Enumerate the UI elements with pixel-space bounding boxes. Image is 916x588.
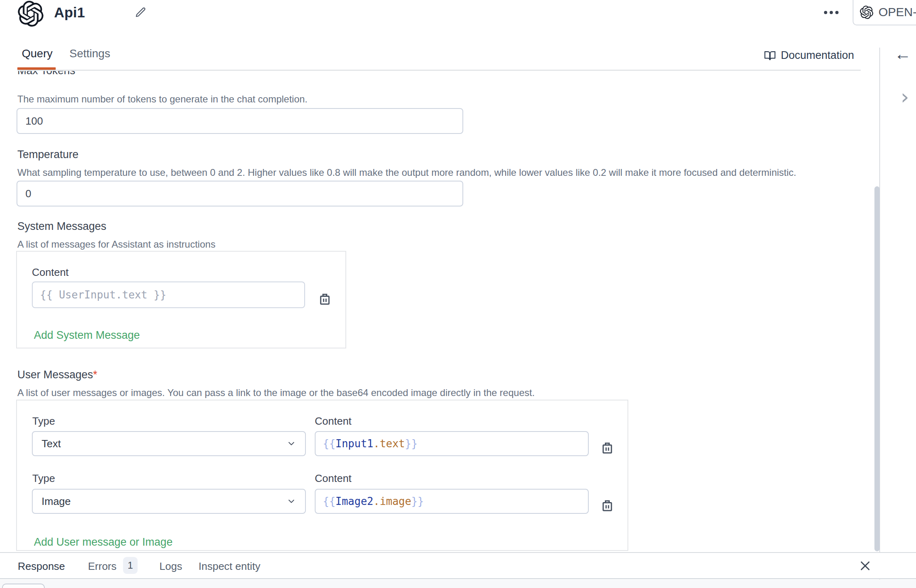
type-select-value: Image <box>42 495 287 508</box>
code-close-brace: }} <box>411 495 424 507</box>
add-user-message-button[interactable]: Add User message or Image <box>34 536 173 548</box>
openai-logo-icon <box>860 6 873 19</box>
datasource-button[interactable]: OPEN-A <box>853 0 916 25</box>
temperature-description: What sampling temperature to use, betwee… <box>17 167 796 178</box>
system-messages-group: Content Add System Message <box>16 251 346 348</box>
tab-inspect-entity[interactable]: Inspect entity <box>199 560 260 573</box>
openai-logo-icon <box>18 1 44 27</box>
max-tokens-label: Max Tokens <box>17 71 75 77</box>
tab-response[interactable]: Response <box>18 560 65 573</box>
user-messages-group: Type Text Content {{Input1.text}} Type I… <box>16 400 628 551</box>
more-actions-icon[interactable] <box>824 11 839 14</box>
errors-count-badge: 1 <box>123 557 138 574</box>
code-open-brace: {{ <box>323 495 335 507</box>
content-code-input[interactable]: {{Input1.text}} <box>315 431 589 456</box>
content-code-input[interactable]: {{Image2.image}} <box>315 489 589 514</box>
vertical-scrollbar[interactable] <box>874 186 880 551</box>
type-label: Type <box>32 472 55 485</box>
user-messages-description: A list of user messages or images. You c… <box>17 387 535 398</box>
user-messages-label-text: User Messages <box>17 369 93 381</box>
code-open-brace: {{ <box>323 438 335 450</box>
system-content-label: Content <box>32 266 69 279</box>
code-object: Input1 <box>335 438 373 450</box>
system-messages-description: A list of messages for Assistant as inst… <box>17 239 215 250</box>
response-pane-header: Response Errors 1 Logs Inspect entity <box>0 552 916 579</box>
api-editor-page: Api1 OPEN-A Query Settings Documentation… <box>0 0 916 588</box>
query-name-title: Api1 <box>54 4 85 21</box>
required-marker: * <box>93 369 98 381</box>
response-pane-body <box>0 580 916 588</box>
tab-settings[interactable]: Settings <box>69 47 110 60</box>
datasource-button-label: OPEN-A <box>878 5 916 19</box>
code-object: Image2 <box>335 495 373 507</box>
tab-errors[interactable]: Errors <box>88 560 117 573</box>
back-arrow-icon[interactable]: ← <box>894 46 911 63</box>
query-form-scroll-area: Max Tokens The maximum number of tokens … <box>0 71 874 552</box>
type-select[interactable]: Text <box>32 431 306 456</box>
delete-user-message-icon[interactable] <box>601 499 613 512</box>
type-select[interactable]: Image <box>32 489 306 514</box>
documentation-label: Documentation <box>781 49 854 62</box>
type-label: Type <box>32 415 55 427</box>
close-response-pane-icon[interactable] <box>859 559 872 572</box>
code-close-brace: }} <box>405 438 418 450</box>
chevron-down-icon <box>287 496 296 506</box>
code-dot: . <box>373 438 380 450</box>
user-messages-label: User Messages* <box>17 369 97 381</box>
code-property: image <box>380 495 411 507</box>
add-system-message-button[interactable]: Add System Message <box>34 329 140 342</box>
tabs-divider <box>17 70 861 71</box>
system-content-input[interactable] <box>32 281 305 308</box>
book-icon <box>764 50 776 62</box>
response-pane-chip <box>2 584 45 588</box>
tab-logs[interactable]: Logs <box>159 560 182 573</box>
content-label: Content <box>315 415 351 427</box>
code-property: text <box>380 438 405 450</box>
tab-query[interactable]: Query <box>22 47 52 60</box>
delete-user-message-icon[interactable] <box>601 442 613 455</box>
max-tokens-input[interactable] <box>17 108 463 134</box>
delete-system-message-icon[interactable] <box>319 293 331 306</box>
chevron-down-icon <box>287 439 296 448</box>
edit-name-icon[interactable] <box>135 6 147 19</box>
type-select-value: Text <box>42 438 287 450</box>
system-messages-label: System Messages <box>17 220 107 233</box>
content-label: Content <box>315 472 351 485</box>
temperature-input[interactable] <box>17 181 463 206</box>
temperature-label: Temperature <box>17 148 79 161</box>
max-tokens-description: The maximum number of tokens to generate… <box>17 94 307 105</box>
collapse-panel-chevron-icon[interactable]: › <box>901 86 909 107</box>
code-dot: . <box>373 495 380 507</box>
documentation-link[interactable]: Documentation <box>764 49 854 62</box>
